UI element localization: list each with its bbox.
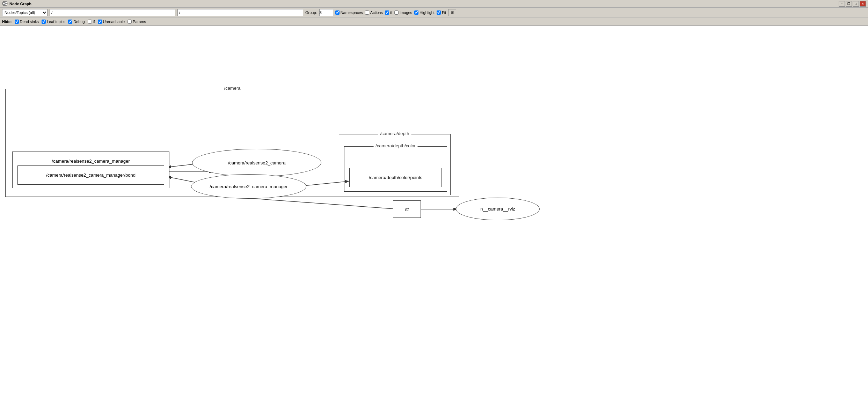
realsense2-manager-bond-label: /camera/realsense2_camera_manager/bond <box>46 172 136 178</box>
tf-label: tf <box>390 10 392 15</box>
realsense2-camera-manager-topic-label: /camera/realsense2_camera_manager <box>210 184 287 189</box>
depth-color-points-label: /camera/depth/color/points <box>369 175 422 180</box>
close-button[interactable]: × <box>860 1 866 7</box>
toolbar1: Nodes/Topics (all) Nodes only Topics onl… <box>0 8 868 17</box>
dead-sinks-group: Dead sinks <box>15 20 39 24</box>
realsense2-camera-ellipse[interactable]: /camera/realsense2_camera <box>192 149 321 177</box>
camera-depth-ns-label: /camera/depth <box>378 131 411 136</box>
actions-checkbox-group: Actions <box>365 10 383 15</box>
actions-checkbox[interactable] <box>365 10 369 15</box>
unreachable-checkbox[interactable] <box>98 20 102 24</box>
graph-icon <box>2 1 8 7</box>
minimize-button[interactable]: − <box>839 1 845 7</box>
unreachable-label: Unreachable <box>103 20 125 24</box>
group-label: Group: <box>305 10 317 15</box>
depth-color-points-box[interactable]: /camera/depth/color/points <box>349 168 442 187</box>
namespaces-checkbox-group: Namespaces <box>335 10 363 15</box>
fit-button[interactable]: ⊞ <box>448 9 456 16</box>
hide-label: Hide: <box>2 20 12 24</box>
leaf-topics-checkbox[interactable] <box>42 20 46 24</box>
highlight-label: Highlight <box>420 10 435 15</box>
namespaces-checkbox[interactable] <box>335 10 340 15</box>
params-checkbox[interactable] <box>127 20 132 24</box>
highlight-checkbox-group: Highlight <box>414 10 435 15</box>
camera-ns-label: /camera <box>222 86 243 91</box>
actions-label: Actions <box>370 10 383 15</box>
highlight-checkbox[interactable] <box>414 10 418 15</box>
realsense2-manager-bond-box[interactable]: /camera/realsense2_camera_manager/bond <box>17 165 164 185</box>
tf2-checkbox[interactable] <box>88 20 92 24</box>
params-label: Params <box>133 20 146 24</box>
tf-checkbox[interactable] <box>385 10 389 15</box>
camera-depth-color-ns-label: /camera/depth/color <box>373 143 418 148</box>
maximize-button[interactable]: □ <box>853 1 859 7</box>
tf-node-box[interactable]: /tf <box>393 200 421 218</box>
group-input[interactable] <box>319 9 333 16</box>
dead-sinks-checkbox[interactable] <box>15 20 19 24</box>
main-canvas[interactable]: /camera /camera/realsense2_camera_manage… <box>0 26 868 420</box>
debug-group: Debug <box>68 20 85 24</box>
svg-point-2 <box>6 2 7 3</box>
tf-checkbox-group: tf <box>385 10 392 15</box>
fit-label: Fit <box>442 10 446 15</box>
view-mode-dropdown[interactable]: Nodes/Topics (all) Nodes only Topics onl… <box>2 9 48 16</box>
debug-label: Debug <box>73 20 85 24</box>
dead-sinks-label: Dead sinks <box>20 20 39 24</box>
images-checkbox-group: Images <box>394 10 412 15</box>
images-checkbox[interactable] <box>394 10 399 15</box>
realsense2-camera-topic-label: /camera/realsense2_camera <box>228 160 286 165</box>
realsense2-manager-label: /camera/realsense2_camera_manager <box>52 159 130 164</box>
titlebar: Node Graph − ❐ □ × <box>0 0 868 8</box>
leaf-topics-group: Leaf topics <box>42 20 65 24</box>
debug-checkbox[interactable] <box>68 20 72 24</box>
unreachable-group: Unreachable <box>98 20 125 24</box>
svg-line-11 <box>231 197 398 209</box>
toolbar2: Hide: Dead sinks Leaf topics Debug tf Un… <box>0 17 868 26</box>
window-title: Node Graph <box>9 2 31 6</box>
namespace-filter-input[interactable] <box>50 9 175 16</box>
leaf-topics-label: Leaf topics <box>47 20 65 24</box>
fit-checkbox-group: Fit <box>437 10 446 15</box>
tf2-group: tf <box>88 20 95 24</box>
n-camera-rviz-label: n__camera__rviz <box>480 206 515 212</box>
restore-button[interactable]: ❐ <box>846 1 852 7</box>
svg-point-1 <box>3 3 4 4</box>
titlebar-controls: − ❐ □ × <box>839 1 866 7</box>
fit-checkbox[interactable] <box>437 10 441 15</box>
images-label: Images <box>400 10 412 15</box>
namespaces-label: Namespaces <box>341 10 363 15</box>
tf-node-label: /tf <box>405 207 409 212</box>
tf2-label: tf <box>93 20 95 24</box>
params-group: Params <box>127 20 146 24</box>
topic-filter-input[interactable] <box>177 9 303 16</box>
n-camera-rviz-ellipse[interactable]: n__camera__rviz <box>456 198 540 220</box>
svg-point-3 <box>6 4 7 5</box>
realsense2-camera-manager-ellipse[interactable]: /camera/realsense2_camera_manager <box>191 174 306 199</box>
graph-arrows <box>0 26 868 420</box>
